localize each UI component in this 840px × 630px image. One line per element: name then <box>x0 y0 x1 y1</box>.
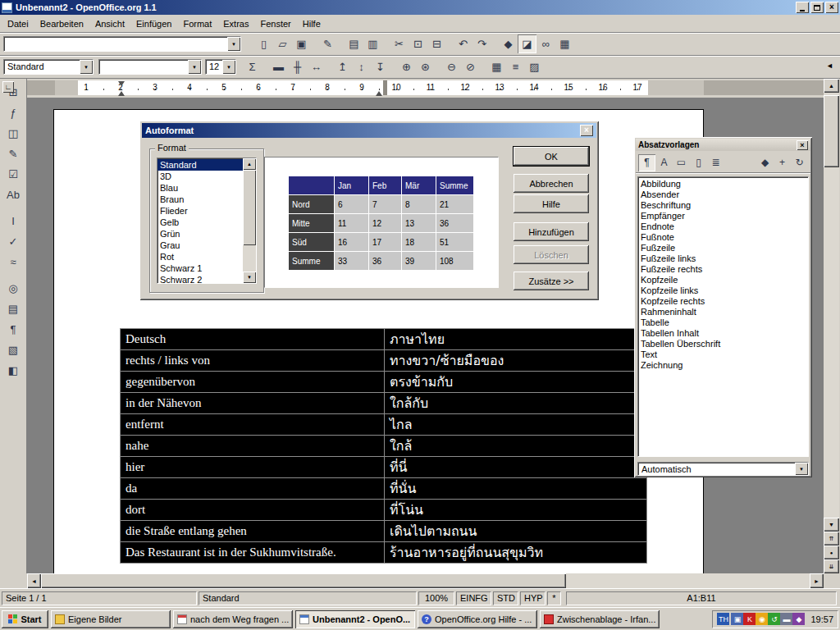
style-item[interactable]: Text <box>639 349 808 360</box>
chevron-down-icon[interactable]: ▼ <box>795 463 808 475</box>
style-item[interactable]: Abbildung <box>639 179 808 189</box>
thai-cell[interactable]: ตรงข้ามกับ <box>385 372 647 393</box>
paragraph-style-combo[interactable]: Standard ▼ <box>3 59 94 75</box>
redo-icon[interactable]: ↷ <box>472 34 491 53</box>
status-insert-mode[interactable]: EINFG <box>456 591 491 605</box>
thai-cell[interactable]: ใกล้ <box>385 436 647 457</box>
merge-cells-icon[interactable]: ▬ <box>269 57 288 76</box>
taskbar-task[interactable]: Unbenannt2 - OpenO... <box>295 610 415 628</box>
help-button[interactable]: Hilfe <box>514 194 589 213</box>
stylist-icon[interactable]: ◪ <box>518 34 536 53</box>
vertical-scrollbar[interactable]: ▲ ▼ ⇈ ● ⇊ <box>824 79 839 573</box>
style-item[interactable]: Kopfzeile <box>639 275 808 285</box>
taskbar-task[interactable]: nach dem Weg fragen ... <box>173 610 293 628</box>
align-center-vertical-icon[interactable]: ↕ <box>352 57 371 76</box>
thai-cell[interactable]: ใกล้กับ <box>385 393 647 414</box>
german-cell[interactable]: in der Nähevon <box>121 393 385 414</box>
style-item[interactable]: Kopfzeile rechts <box>639 296 808 307</box>
align-top-icon[interactable]: ↥ <box>333 57 352 76</box>
cut-icon[interactable]: ✂ <box>390 34 409 53</box>
style-item[interactable]: Fußzeile rechts <box>639 264 808 275</box>
format-option[interactable]: Gelb <box>158 217 243 228</box>
save-document-icon[interactable]: ▣ <box>292 34 311 53</box>
horizontal-scrollbar[interactable]: ◄ ► <box>27 573 824 588</box>
maximize-button[interactable] <box>810 2 824 13</box>
nonprinting-characters-icon[interactable]: ¶ <box>4 320 23 339</box>
line-style-icon[interactable]: ≡ <box>506 57 525 76</box>
thai-cell[interactable]: ร้านอาหารอยู่ที่ถนนสุขุมวิท <box>385 542 647 564</box>
edit-file-icon[interactable]: ✎ <box>318 34 337 53</box>
thai-cell[interactable]: ไกล <box>385 414 647 436</box>
style-list[interactable]: AbbildungAbsenderBeschriftungEmpfängerEn… <box>637 176 809 457</box>
menu-item[interactable]: Ansicht <box>89 16 130 31</box>
toolbar-overflow-icon[interactable]: ◄ <box>826 62 833 70</box>
german-cell[interactable]: die Straße entlang gehen <box>121 521 385 542</box>
split-cells-icon[interactable]: ╫ <box>288 57 307 76</box>
german-cell[interactable]: Das Restaurant ist in der Sukhumvitstraß… <box>121 542 385 564</box>
style-item[interactable]: Fußnote <box>639 232 808 243</box>
german-cell[interactable]: nahe <box>121 436 385 457</box>
tray-network-icon[interactable]: ▬ <box>780 613 792 625</box>
status-page[interactable]: Seite 1 / 1 <box>2 591 197 605</box>
find-replace-icon[interactable]: ◎ <box>4 279 23 298</box>
gallery-icon[interactable]: ▦ <box>555 34 574 53</box>
status-selection-mode[interactable]: STD <box>493 591 518 605</box>
taskbar-task[interactable]: OpenOffice.org Hilfe - ... <box>418 610 537 628</box>
cancel-button[interactable]: Abbrechen <box>514 174 589 193</box>
hyperlink-dialog-icon[interactable]: ∞ <box>536 34 555 53</box>
tab-stop-type-selector[interactable]: ∟ <box>2 81 14 93</box>
autotext-icon[interactable]: Ab <box>4 185 23 204</box>
keyboard-layout-indicator[interactable]: TH <box>717 613 729 625</box>
start-button[interactable]: Start <box>2 610 48 628</box>
format-list-scrollbar[interactable]: ▲ ▼ <box>243 158 256 283</box>
navigation-icon[interactable]: ● <box>824 546 839 559</box>
tray-display-icon[interactable]: ▣ <box>731 613 743 625</box>
borders-icon[interactable]: ▦ <box>487 57 506 76</box>
frame-styles-icon[interactable]: ▭ <box>673 154 690 171</box>
style-item[interactable]: Fußzeile <box>639 243 808 253</box>
thai-cell[interactable]: เดินไปตามถนน <box>385 521 647 542</box>
font-name-combo[interactable]: ▼ <box>98 59 202 75</box>
url-field[interactable]: ▼ <box>3 36 241 52</box>
status-hyperlink-mode[interactable]: HYP <box>520 591 546 605</box>
style-item[interactable]: Tabellen Inhalt <box>639 328 808 339</box>
tray-antivirus-icon[interactable]: K <box>743 613 756 625</box>
font-size-combo[interactable]: 12 ▼ <box>205 59 236 75</box>
tray-volume-icon[interactable]: ◉ <box>756 613 768 625</box>
delete-column-icon[interactable]: ⊘ <box>461 57 480 76</box>
autoformat-close-icon[interactable]: × <box>580 125 593 136</box>
format-option[interactable]: Grau <box>158 240 243 251</box>
menu-item[interactable]: Hilfe <box>297 16 326 31</box>
stylist-close-icon[interactable]: × <box>797 140 808 150</box>
vertical-scroll-thumb[interactable] <box>824 95 839 167</box>
style-item[interactable]: Fußzeile links <box>639 253 808 264</box>
insert-column-icon[interactable]: ⊛ <box>416 57 435 76</box>
numbering-styles-icon[interactable]: ≣ <box>707 154 724 171</box>
direct-cursor-icon[interactable]: I <box>4 212 23 231</box>
format-option[interactable]: Rot <box>158 251 243 262</box>
german-cell[interactable]: hier <box>121 457 385 478</box>
format-option[interactable]: Braun <box>158 194 243 205</box>
style-item[interactable]: Beschriftung <box>639 200 808 211</box>
format-option[interactable]: Blau <box>158 182 243 194</box>
page-styles-icon[interactable]: ▯ <box>690 154 707 171</box>
tray-update-icon[interactable]: ↺ <box>768 613 780 625</box>
format-option[interactable]: Grün <box>158 228 243 240</box>
ok-button[interactable]: OK <box>514 147 589 166</box>
menu-item[interactable]: Datei <box>2 16 34 31</box>
next-page-icon[interactable]: ⇊ <box>824 559 839 573</box>
german-cell[interactable]: da <box>121 478 385 500</box>
scroll-down-icon[interactable]: ▼ <box>824 518 839 532</box>
draw-functions-icon[interactable]: ✎ <box>4 144 23 163</box>
scroll-down-icon[interactable]: ▼ <box>243 272 256 283</box>
status-zoom[interactable]: 100% <box>418 591 454 605</box>
thai-cell[interactable]: ที่นั่น <box>385 478 647 500</box>
scroll-up-icon[interactable]: ▲ <box>824 79 839 93</box>
minimize-button[interactable] <box>796 2 809 13</box>
format-scroll-thumb[interactable] <box>243 170 256 245</box>
left-indent-marker[interactable] <box>118 91 125 96</box>
style-item[interactable]: Tabelle <box>639 317 808 328</box>
export-pdf-icon[interactable]: ▤ <box>345 34 363 53</box>
style-item[interactable]: Zeichnung <box>639 360 808 371</box>
style-item[interactable]: Endnote <box>639 221 808 232</box>
